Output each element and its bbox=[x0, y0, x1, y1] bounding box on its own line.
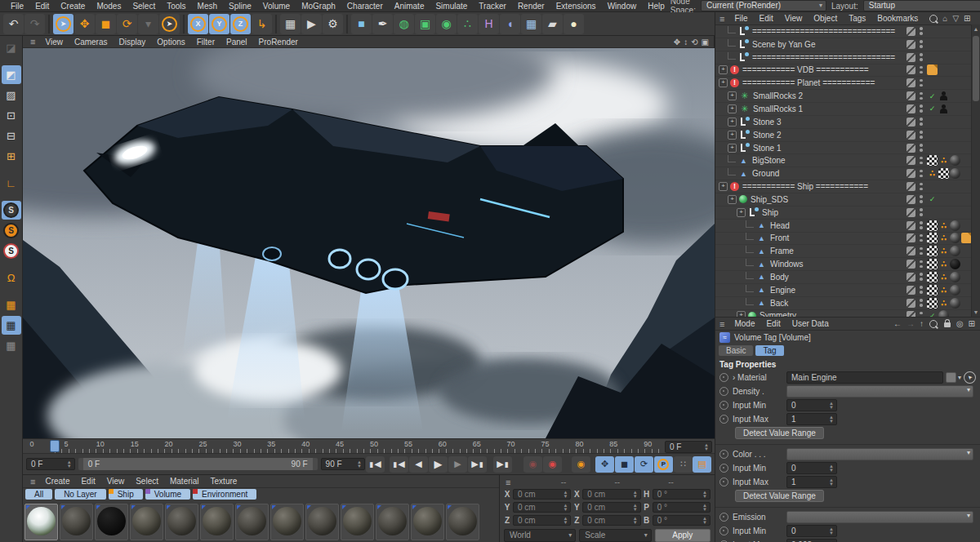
menu-modes[interactable]: Modes bbox=[91, 2, 127, 11]
material-thumb[interactable] bbox=[200, 504, 234, 540]
record-key-button[interactable]: ◉ bbox=[543, 456, 562, 473]
layer-toggle-icon[interactable] bbox=[906, 195, 915, 204]
menu-mograph[interactable]: MoGraph bbox=[296, 2, 341, 11]
make-editable-icon[interactable]: ◪ bbox=[2, 38, 21, 57]
visibility-dots-icon[interactable] bbox=[920, 170, 923, 178]
menu-animate[interactable]: Animate bbox=[389, 2, 430, 11]
layer-toggle-icon[interactable] bbox=[906, 53, 915, 62]
key-pla-button[interactable]: ∷ bbox=[674, 456, 693, 473]
texture-mode-icon[interactable]: ▨ bbox=[2, 86, 21, 104]
mat-tag-icon[interactable] bbox=[950, 168, 960, 179]
lock-icon[interactable] bbox=[944, 322, 951, 327]
orbit-icon[interactable]: ⟲ bbox=[691, 38, 697, 47]
menu-tools[interactable]: Tools bbox=[161, 2, 191, 11]
next-frame-button[interactable]: ▶ bbox=[448, 456, 467, 473]
floor-icon[interactable]: ▦ bbox=[521, 14, 541, 34]
material-thumb[interactable] bbox=[446, 504, 479, 540]
layer-toggle-icon[interactable] bbox=[906, 208, 915, 217]
material-thumb[interactable] bbox=[235, 504, 269, 540]
visibility-dots-icon[interactable] bbox=[920, 131, 923, 139]
prev-frame-button[interactable]: ◀ bbox=[409, 456, 428, 473]
parent-icon[interactable]: ↑ bbox=[920, 319, 924, 328]
lock-x-axis-icon[interactable]: X bbox=[188, 14, 208, 34]
viewport-menu-display[interactable]: Display bbox=[114, 38, 152, 47]
layer-toggle-icon[interactable] bbox=[906, 78, 915, 87]
viewport-menu-cameras[interactable]: Cameras bbox=[69, 38, 114, 47]
menu-help[interactable]: Help bbox=[642, 2, 670, 11]
material-thumb[interactable] bbox=[165, 504, 198, 540]
key-parameter-button[interactable]: P bbox=[654, 456, 673, 473]
uvw-tag-icon[interactable] bbox=[938, 168, 949, 179]
mat-tag-icon[interactable] bbox=[950, 285, 960, 295]
search-icon[interactable] bbox=[929, 15, 938, 23]
material-thumb[interactable] bbox=[411, 504, 444, 540]
phong-tag-icon[interactable]: ∴ bbox=[938, 298, 949, 309]
tab-tag[interactable]: Tag bbox=[755, 345, 783, 356]
spinner-icon[interactable]: ▲▼ bbox=[826, 527, 834, 535]
visibility-dots-icon[interactable] bbox=[920, 92, 923, 100]
material-link-field[interactable]: Main Engine bbox=[786, 371, 943, 384]
object-row[interactable]: ▲Back∴ bbox=[715, 297, 980, 310]
object-menu-edit[interactable]: Edit bbox=[754, 14, 779, 23]
workplane-auto-icon[interactable]: ▦ bbox=[2, 336, 21, 355]
phong-tag-icon[interactable]: ∴ bbox=[938, 155, 949, 166]
material-menu-create[interactable]: Create bbox=[39, 477, 75, 486]
layout-select[interactable]: Startup bbox=[863, 0, 980, 11]
object-row[interactable]: +Ship bbox=[715, 207, 980, 220]
object-row[interactable]: +!=========== Ship =========== bbox=[715, 180, 980, 193]
uvw-tag-icon[interactable] bbox=[927, 298, 938, 309]
pick-object-icon[interactable]: ➤ bbox=[961, 369, 978, 386]
visibility-dots-icon[interactable] bbox=[920, 234, 923, 242]
layer-tab-no-layer[interactable]: No Layer bbox=[55, 489, 106, 500]
layer-tab-environment[interactable]: Environment bbox=[193, 489, 256, 500]
visibility-dots-icon[interactable] bbox=[920, 27, 923, 35]
end-frame-field[interactable]: 90 F▲▼ bbox=[321, 458, 365, 470]
expand-toggle-icon[interactable]: + bbox=[719, 65, 728, 74]
layer-toggle-icon[interactable] bbox=[906, 221, 915, 230]
mat-tag-icon[interactable] bbox=[950, 155, 960, 166]
visibility-dots-icon[interactable] bbox=[920, 286, 923, 294]
coord-field-x0[interactable]: 0 cm▲▼ bbox=[513, 489, 571, 500]
spinner-icon[interactable]: ▲▼ bbox=[560, 491, 568, 499]
keyframe-circle-icon[interactable] bbox=[719, 526, 728, 535]
person-tag-icon[interactable] bbox=[938, 104, 949, 114]
object-row[interactable]: +✳SmallRocks 1✓ bbox=[715, 103, 980, 116]
phong-tag-icon[interactable]: ∴ bbox=[938, 259, 949, 269]
layer-toggle-icon[interactable] bbox=[906, 260, 915, 269]
redo-icon[interactable]: ↷ bbox=[24, 14, 45, 34]
key-position-button[interactable]: ✥ bbox=[595, 456, 614, 473]
keyframe-circle-icon[interactable] bbox=[719, 387, 728, 396]
volume-builder-icon[interactable]: ◉ bbox=[436, 14, 457, 34]
spinner-icon[interactable]: ▲▼ bbox=[630, 504, 638, 512]
check-tag-icon[interactable]: ✓ bbox=[927, 104, 938, 114]
coord-field-y1[interactable]: 0 cm▲▼ bbox=[513, 502, 571, 513]
link-box-icon[interactable] bbox=[946, 372, 956, 383]
coordinate-system-icon[interactable]: ↳ bbox=[252, 14, 272, 34]
key-scale-button[interactable]: ◼ bbox=[615, 456, 634, 473]
mat-tag-icon[interactable] bbox=[950, 272, 960, 282]
visibility-dots-icon[interactable] bbox=[920, 53, 923, 61]
viewport-menu-view[interactable]: View bbox=[39, 38, 69, 47]
number-field[interactable]: 0▲▼ bbox=[786, 399, 837, 411]
layer-toggle-icon[interactable] bbox=[906, 118, 915, 127]
number-field[interactable]: 0.998▲▼ bbox=[786, 539, 837, 542]
layer-toggle-icon[interactable] bbox=[906, 144, 915, 153]
uvw-tag-icon[interactable] bbox=[927, 155, 938, 166]
mat-tag-icon[interactable] bbox=[950, 220, 960, 231]
selection-tool-icon[interactable]: ➤ bbox=[159, 14, 180, 34]
detect-value-range-button[interactable]: Detect Value Range bbox=[735, 490, 824, 502]
material-thumb[interactable] bbox=[60, 504, 93, 540]
phong-tag-icon[interactable]: ∴ bbox=[938, 285, 949, 295]
path-bar-icon[interactable]: ⌂ bbox=[942, 14, 947, 23]
workplane-lock-icon[interactable]: ▦ bbox=[2, 316, 21, 335]
object-row[interactable]: ▲BigStone∴ bbox=[715, 154, 980, 167]
menu-spline[interactable]: Spline bbox=[223, 2, 257, 11]
object-row[interactable]: +!=========== VDB =========== bbox=[715, 64, 980, 78]
render-view-icon[interactable]: ▦ bbox=[280, 14, 301, 34]
render-picture-viewer-icon[interactable]: ▶ bbox=[301, 14, 322, 34]
visibility-dots-icon[interactable] bbox=[920, 299, 923, 307]
viewport-canvas[interactable] bbox=[23, 48, 715, 438]
keyframe-circle-icon[interactable] bbox=[719, 513, 728, 522]
visibility-dots-icon[interactable] bbox=[920, 208, 923, 216]
add-object-icon[interactable]: ⊞ bbox=[964, 14, 970, 23]
